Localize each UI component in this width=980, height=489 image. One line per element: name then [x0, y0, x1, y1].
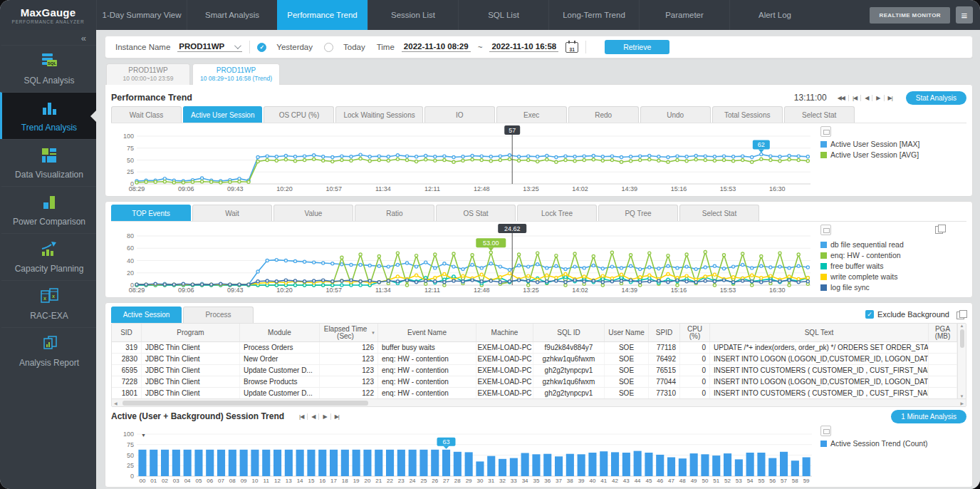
- event-tab-select-stat[interactable]: Select Stat: [679, 205, 759, 221]
- top-tab-parameter[interactable]: Parameter: [639, 0, 729, 30]
- metric-tab-active-user-session[interactable]: Active User Session: [183, 106, 262, 123]
- top-tab-session-list[interactable]: Session List: [368, 0, 458, 30]
- scroll-left-icon[interactable]: ◀: [112, 401, 120, 406]
- popup-window-icon[interactable]: [935, 225, 945, 233]
- bottom-nav-icon[interactable]: ▶: [318, 413, 330, 420]
- sidebar-item-rac-exa[interactable]: xxRAC-EXA: [0, 280, 96, 327]
- vertical-scrollbar[interactable]: ▲ ▼: [957, 324, 966, 398]
- sidebar-item-trend-analysis[interactable]: Trend Analysis: [0, 92, 96, 139]
- table-row[interactable]: 2830JDBC Thin ClientNew Order123enq: HW …: [112, 354, 957, 365]
- sidebar-item-sql-analysis[interactable]: SQLSQL Analysis: [0, 45, 96, 92]
- legend-settings-icon[interactable]: [820, 225, 831, 235]
- today-radio[interactable]: [324, 43, 333, 52]
- bottom-nav-icon[interactable]: |◀: [296, 413, 307, 420]
- retrieve-button[interactable]: Retrieve: [605, 40, 669, 54]
- metric-tab-total-sessions[interactable]: Total Sessions: [712, 106, 783, 123]
- vertical-scroll-thumb[interactable]: [960, 329, 964, 348]
- calendar-icon[interactable]: 31: [565, 42, 578, 53]
- top-tab-1-day-summary-view[interactable]: 1-Day Summary View: [96, 0, 187, 30]
- legend-settings-icon[interactable]: [820, 126, 831, 137]
- column-header-pga-mb[interactable]: PGA (MB): [929, 324, 957, 341]
- metric-tab-undo[interactable]: Undo: [640, 106, 711, 123]
- exclude-background-label[interactable]: Exclude Background: [877, 310, 949, 319]
- table-row[interactable]: 7228JDBC Thin ClientBrowse Products123en…: [112, 376, 957, 388]
- top-tab-sql-list[interactable]: SQL List: [458, 0, 548, 30]
- session-tab-active-session[interactable]: Active Session: [111, 307, 182, 323]
- time-nav-icon[interactable]: ▶|: [884, 95, 896, 101]
- today-label[interactable]: Today: [343, 43, 365, 51]
- legend-settings-icon[interactable]: [820, 426, 831, 436]
- time-nav-icon[interactable]: ▶: [872, 95, 883, 101]
- top-tab-alert-log[interactable]: Alert Log: [729, 0, 820, 30]
- column-header-spid[interactable]: SPID: [649, 324, 680, 341]
- column-header-module[interactable]: Module: [240, 324, 320, 341]
- column-header-elapsed-time-sec[interactable]: Elapsed Time (Sec)▼: [320, 324, 378, 341]
- sidebar-item-analysis-report[interactable]: Analysis Report: [0, 327, 96, 374]
- session-tab-process[interactable]: Process: [183, 307, 254, 323]
- column-header-cpu[interactable]: CPU (%): [680, 324, 710, 341]
- doc-tab-prod11wp-10-08-29-10-16-58-trend[interactable]: PROD11WP10 08:29~10 16:58 (Trend): [192, 63, 280, 85]
- event-tab-top-events[interactable]: TOP Events: [111, 205, 191, 221]
- sidebar-item-power-comparison[interactable]: Power Comparison: [0, 186, 96, 233]
- event-tab-wait[interactable]: Wait: [192, 205, 272, 221]
- scroll-right-icon[interactable]: ▶: [958, 401, 966, 406]
- bottom-nav-icon[interactable]: ◀: [307, 413, 318, 420]
- top-tab-long-term-trend[interactable]: Long-Term Trend: [548, 0, 639, 30]
- metric-tab-lock-waiting-sessions[interactable]: Lock Waiting Sessions: [335, 106, 422, 123]
- column-header-program[interactable]: Program: [142, 324, 240, 341]
- legend-item-active-user-session-avg[interactable]: Active User Session [AVG]: [820, 150, 945, 159]
- scroll-up-icon[interactable]: ▲: [960, 324, 964, 328]
- table-row[interactable]: 6595JDBC Thin ClientUpdate Customer D...…: [112, 365, 957, 376]
- top-events-chart[interactable]: 02040608008:2909:0609:4310:2010:5711:341…: [111, 223, 816, 294]
- instance-name-dropdown[interactable]: PROD11WP: [177, 42, 242, 52]
- sidebar-item-capacity-planning[interactable]: Capacity Planning: [0, 233, 96, 280]
- doc-tab-prod11wp-10-00-00-10-23-59[interactable]: PROD11WP10 00:00~10 23:59: [106, 63, 190, 85]
- scroll-down-icon[interactable]: ▼: [960, 394, 964, 398]
- column-header-machine[interactable]: Machine: [476, 324, 533, 341]
- event-tab-pq-tree[interactable]: PQ Tree: [598, 205, 678, 221]
- legend-item-write-complete-waits[interactable]: write complete waits: [820, 272, 945, 281]
- column-header-sql-text[interactable]: SQL Text: [710, 324, 929, 341]
- top-tab-smart-analysis[interactable]: Smart Analysis: [187, 0, 277, 30]
- one-minute-analysis-button[interactable]: 1 Minute Analysis: [891, 410, 966, 423]
- event-tab-ratio[interactable]: Ratio: [355, 205, 434, 221]
- event-tab-value[interactable]: Value: [273, 205, 353, 221]
- bottom-nav-icon[interactable]: ▶|: [330, 413, 343, 420]
- event-tab-lock-tree[interactable]: Lock Tree: [517, 205, 597, 221]
- sidebar-collapse-icon[interactable]: «: [0, 30, 96, 45]
- yesterday-label[interactable]: Yesterday: [276, 43, 313, 51]
- stat-analysis-button[interactable]: Stat Analysis: [906, 91, 966, 105]
- exclude-background-checkbox[interactable]: ✓: [865, 310, 874, 319]
- metric-tab-select-stat[interactable]: Select Stat: [784, 106, 855, 123]
- metric-tab-os-cpu[interactable]: OS CPU (%): [264, 106, 334, 123]
- legend-item-active-user-session-max[interactable]: Active User Session [MAX]: [820, 140, 945, 148]
- legend-item-free-buffer-waits[interactable]: free buffer waits: [820, 262, 945, 270]
- column-header-event-name[interactable]: Event Name: [378, 324, 476, 341]
- metric-tab-io[interactable]: IO: [424, 106, 495, 123]
- time-nav-icon[interactable]: ◀◀: [834, 95, 848, 101]
- time-to-field[interactable]: 2022-11-10 16:58: [489, 42, 558, 52]
- time-from-field[interactable]: 2022-11-10 08:29: [402, 42, 471, 52]
- table-row[interactable]: 1801JDBC Thin ClientUpdate Customer D...…: [112, 388, 957, 398]
- popup-window-icon[interactable]: [956, 310, 966, 319]
- legend-item-db-file-sequential-read[interactable]: db file sequential read: [820, 240, 945, 249]
- horizontal-scrollbar[interactable]: ◀ ▶: [112, 398, 966, 406]
- table-row[interactable]: 319JDBC Thin ClientProcess Orders126buff…: [112, 342, 957, 354]
- legend-item-active-session-trend-count[interactable]: Active Session Trend (Count): [820, 439, 945, 448]
- yesterday-radio[interactable]: ✓: [257, 43, 266, 52]
- metric-tab-wait-class[interactable]: Wait Class: [111, 106, 182, 123]
- metric-tab-exec[interactable]: Exec: [496, 106, 567, 123]
- hamburger-menu-icon[interactable]: ≡: [956, 6, 973, 24]
- column-header-sid[interactable]: SID: [112, 324, 142, 341]
- session-trend-bar-chart[interactable]: 0255075100▼00010203040506070809101112131…: [111, 424, 816, 484]
- time-nav-icon[interactable]: ◀: [860, 95, 872, 101]
- horizontal-scroll-thumb[interactable]: [123, 401, 368, 406]
- column-header-user-name[interactable]: User Name: [605, 324, 649, 341]
- time-nav-icon[interactable]: |◀: [848, 95, 860, 101]
- realtime-monitor-button[interactable]: REALTIME MONITOR: [870, 7, 950, 24]
- legend-item-log-file-sync[interactable]: log file sync: [820, 283, 945, 292]
- metric-tab-redo[interactable]: Redo: [568, 106, 639, 123]
- active-user-session-chart[interactable]: 025507510008:2909:0609:4310:2010:5711:34…: [111, 125, 816, 193]
- event-tab-os-stat[interactable]: OS Stat: [436, 205, 516, 221]
- column-header-sql-id[interactable]: SQL ID: [533, 324, 605, 341]
